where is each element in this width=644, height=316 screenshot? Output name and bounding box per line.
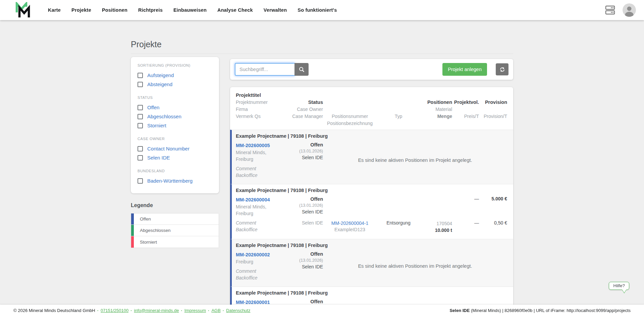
project-provision-value: 5.000 €: [479, 196, 507, 214]
project-info-cell: MM-202600005Mineral Minds,FreiburgCommen…: [236, 142, 286, 179]
position-number-link[interactable]: MM-202600004-1: [331, 220, 369, 226]
header-projektnummer: Projektnummer: [236, 99, 286, 106]
project-number-link[interactable]: MM-202600002: [236, 252, 270, 257]
legend-label: Offen: [134, 216, 151, 222]
main-column: Projekt anlegen Projekttite: [230, 57, 513, 316]
status-label: Offen: [310, 299, 323, 304]
refresh-icon: [499, 67, 505, 72]
filter-option-abgeschlossen[interactable]: Abgeschlossen: [138, 112, 212, 121]
checkbox-storniert[interactable]: [138, 123, 143, 128]
project-note-comment: Comment: [236, 268, 286, 274]
project-number-link[interactable]: MM-202600001: [236, 300, 270, 305]
project-firma: Freiburg: [236, 210, 286, 217]
refresh-button[interactable]: [496, 63, 508, 75]
project-note-comment: Comment: [236, 165, 286, 172]
no-positions-message: Es sind keine aktiven Positionen im Proj…: [358, 157, 472, 163]
project-row-mm-202600005: Example Projectname | 79108 | FreiburgMM…: [230, 130, 513, 184]
nav-item-einbauweisen[interactable]: Einbauweisen: [169, 5, 211, 15]
filter-option-storniert[interactable]: Storniert: [138, 121, 212, 130]
filter-section-label: STATUS: [138, 96, 212, 100]
project-number-link[interactable]: MM-202600004: [236, 197, 270, 202]
filter-option-contact-nonumber[interactable]: Contact Nonumber: [138, 144, 212, 153]
legend-label: Storniert: [134, 240, 157, 245]
project-status: Offen (13.01.2026): [286, 251, 323, 263]
server-status-icon[interactable]: [605, 5, 615, 15]
title-divider: [131, 54, 513, 54]
filter-option-absteigend[interactable]: Absteigend: [138, 80, 212, 89]
checkbox-baden-w-rttemberg[interactable]: [138, 178, 143, 184]
checkbox-absteigend[interactable]: [138, 82, 143, 87]
footer-separator: ·: [130, 308, 132, 313]
status-label: Offen: [310, 142, 323, 147]
filter-option-label: Offen: [147, 105, 159, 110]
header-status: Status: [286, 99, 323, 106]
filter-option-baden-w-rttemberg[interactable]: Baden-Württemberg: [138, 176, 212, 185]
filter-section-sortierung-provision: SORTIERUNG (PROVISION)AufsteigendAbsteig…: [138, 63, 212, 89]
checkbox-abgeschlossen[interactable]: [138, 114, 143, 119]
checkbox-aufsteigend[interactable]: [138, 73, 143, 78]
position-material: 170504: [420, 220, 452, 227]
footer-link-agb[interactable]: AGB: [211, 308, 220, 313]
checkbox-contact-nonumber[interactable]: [138, 146, 143, 151]
project-status-cell: Offen (13.01.2026)Selen IDE: [286, 251, 323, 269]
checkbox-selen-ide[interactable]: [138, 155, 143, 161]
filter-option-offen[interactable]: Offen: [138, 103, 212, 112]
project-row-title: Example Projectname | 79108 | Freiburg: [236, 184, 507, 196]
footer-separator: ·: [97, 308, 99, 313]
nav-item-verwalten[interactable]: Verwalten: [259, 5, 291, 15]
project-row-mm-202600004: Example Projectname | 79108 | FreiburgMM…: [230, 184, 513, 239]
nav-item-so-funktioniert-s[interactable]: So funktioniert's: [293, 5, 341, 15]
footer-separator: ·: [208, 308, 209, 313]
header-firma: Firma: [236, 106, 286, 113]
header-col-projektvol: Projektvol. Preis/T: [452, 92, 479, 127]
project-row-title: Example Projectname | 79108 | Freiburg: [236, 239, 507, 251]
footer-separator: ·: [223, 308, 224, 313]
status-label: Offen: [310, 251, 323, 257]
project-status: Offen (13.01.2026): [286, 142, 323, 154]
position-external-id: ExampleID123: [323, 226, 377, 233]
nav-item-karte[interactable]: Karte: [44, 5, 65, 15]
legend-title: Legende: [131, 202, 219, 208]
case-owner: Selen IDE: [286, 209, 323, 214]
filter-option-selen-ide[interactable]: Selen IDE: [138, 153, 212, 162]
header-projekttitel: Projekttitel: [236, 92, 286, 99]
no-positions-message: Es sind keine aktiven Positionen im Proj…: [358, 263, 472, 269]
sidebar: SORTIERUNG (PROVISION)AufsteigendAbsteig…: [131, 57, 219, 248]
nav-item-positionen[interactable]: Positionen: [98, 5, 132, 15]
checkbox-offen[interactable]: [138, 105, 143, 110]
footer-link-07151-250100[interactable]: 07151/250100: [101, 308, 128, 313]
project-info-cell: MM-202600004Mineral Minds,FreiburgCommen…: [236, 196, 286, 234]
nav-item-projekte[interactable]: Projekte: [67, 5, 96, 15]
search-input[interactable]: [235, 63, 294, 76]
project-volume-value: —: [452, 196, 479, 214]
project-firma: Freiburg: [236, 258, 286, 265]
status-label: Offen: [310, 196, 323, 202]
footer-session-info: Selen IDE (Mineral Minds) | 8268960f0e0b…: [449, 308, 631, 313]
page-content: Projekte SORTIERUNG (PROVISION)Aufsteige…: [131, 0, 513, 316]
search-icon: [299, 67, 305, 72]
legend-item-storniert: Storniert: [131, 236, 219, 248]
search-button[interactable]: [294, 63, 309, 76]
project-number-link[interactable]: MM-202600005: [236, 143, 270, 148]
user-avatar[interactable]: [623, 3, 636, 17]
filter-option-label: Abgeschlossen: [147, 114, 181, 119]
filter-section-status: STATUSOffenAbgeschlossenStorniert: [138, 96, 212, 130]
project-info-cell: MM-202600002FreiburgCommentBackoffice: [236, 251, 286, 281]
project-note-comment: Comment: [236, 219, 286, 226]
filter-section-label: BUNDESLAND: [138, 169, 212, 173]
mineral-minds-logo-icon: [15, 2, 31, 18]
create-project-button[interactable]: Projekt anlegen: [442, 63, 487, 76]
nav-item-analyse-check[interactable]: Analyse Check: [213, 5, 257, 15]
footer-link-datenschutz[interactable]: Datenschutz: [226, 308, 250, 313]
position-menge: 10.000 t: [420, 227, 452, 234]
position-case-manager: Selen IDE: [286, 220, 323, 234]
table-header: Projekttitel Projektnummer Firma Vermerk…: [230, 87, 513, 130]
footer-link-info-mineral-minds-de[interactable]: info@mineral-minds.de: [134, 308, 179, 313]
filter-option-aufsteigend[interactable]: Aufsteigend: [138, 71, 212, 80]
nav-item-richtpreis[interactable]: Richtpreis: [134, 5, 167, 15]
toolbar-actions: Projekt anlegen: [442, 63, 508, 76]
page-title: Projekte: [131, 40, 513, 49]
footer-link-impressum[interactable]: Impressum: [184, 308, 206, 313]
help-button[interactable]: Hilfe?: [609, 282, 629, 290]
position-preis-t: —: [452, 220, 479, 234]
